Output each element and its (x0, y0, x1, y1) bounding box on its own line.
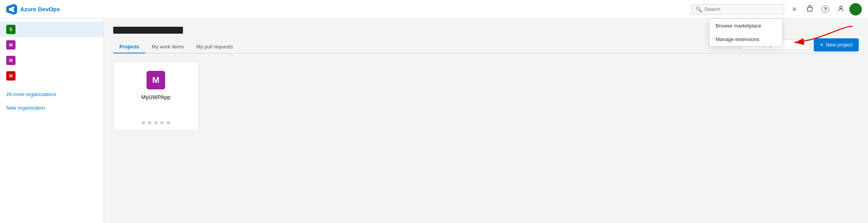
header: Azure DevOps 🔍 ≡ ? (0, 0, 868, 19)
new-project-btn[interactable]: + New project (814, 38, 859, 51)
list-icon-btn[interactable]: ≡ (787, 2, 801, 16)
sidebar-label-2 (19, 58, 97, 63)
plus-icon: + (820, 41, 823, 48)
more-orgs-link[interactable]: 26 more organizations (0, 88, 104, 100)
dot-2 (148, 121, 151, 124)
sidebar-avatar-0: S (6, 25, 16, 34)
dot-3 (154, 121, 157, 124)
svg-point-1 (840, 6, 842, 9)
search-icon: 🔍 (695, 6, 702, 12)
project-name: MyUWPApp (141, 94, 170, 100)
sidebar-label-1 (19, 42, 97, 48)
help-btn[interactable]: ? (818, 2, 832, 16)
sidebar: S M M M 26 more organizations New organi… (0, 19, 104, 223)
page-title-redacted (113, 27, 183, 34)
user-settings-btn[interactable] (834, 2, 848, 16)
help-icon: ? (821, 5, 829, 13)
sidebar-avatar-2: M (6, 56, 16, 65)
user-icon (837, 5, 844, 14)
svg-rect-0 (808, 7, 812, 11)
logo-icon (6, 4, 17, 15)
new-project-label: New project (826, 42, 852, 48)
manage-extensions-item[interactable]: Manage extensions (709, 33, 782, 46)
dot-5 (167, 121, 170, 124)
main-tabs: Projects My work items My pull requests (113, 41, 740, 53)
new-org-link[interactable]: New organization (0, 102, 104, 114)
dot-1 (142, 121, 145, 124)
tab-projects[interactable]: Projects (113, 41, 145, 53)
card-pagination-dots (142, 118, 170, 124)
sidebar-avatar-1: M (6, 40, 16, 50)
dot-4 (160, 121, 164, 124)
sidebar-label-0 (19, 27, 97, 33)
tab-pull-requests[interactable]: My pull requests (190, 41, 239, 53)
extensions-dropdown: Browse marketplace Manage extensions (709, 19, 783, 46)
sidebar-item-2[interactable]: M (0, 53, 104, 68)
main-content: Projects My work items My pull requests … (104, 19, 868, 223)
header-icons: ≡ ? (787, 2, 862, 16)
projects-grid: M MyUWPApp (113, 61, 859, 131)
logo-text: Azure DevOps (20, 6, 60, 12)
sidebar-item-0[interactable]: S (0, 22, 104, 37)
browse-marketplace-item[interactable]: Browse marketplace (709, 19, 782, 33)
app-layout: S M M M 26 more organizations New organi… (0, 19, 868, 223)
search-box[interactable]: 🔍 (691, 4, 784, 14)
azure-devops-logo[interactable]: Azure DevOps (6, 4, 60, 15)
list-icon: ≡ (792, 6, 796, 13)
sidebar-label-3 (19, 73, 97, 79)
bag-icon (806, 5, 813, 14)
shopping-bag-btn[interactable] (803, 2, 817, 16)
user-avatar[interactable] (849, 3, 862, 15)
project-card-myuwpapp[interactable]: M MyUWPApp (113, 61, 198, 131)
sidebar-item-3[interactable]: M (0, 68, 104, 84)
project-avatar: M (147, 71, 165, 89)
sidebar-avatar-3: M (6, 71, 16, 81)
search-input[interactable] (704, 6, 780, 12)
sidebar-item-1[interactable]: M (0, 37, 104, 53)
tab-work-items[interactable]: My work items (145, 41, 190, 53)
